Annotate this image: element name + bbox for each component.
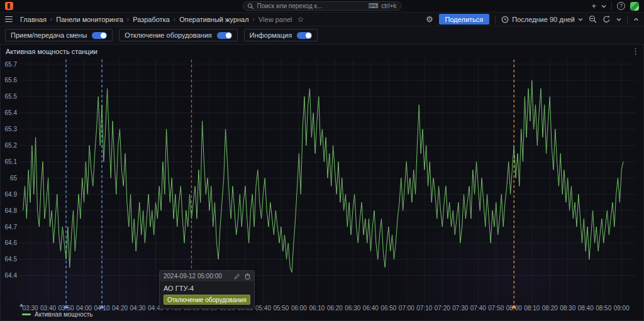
annotation-tooltip-body: АО ГТУ-4 Отключение оборудования	[160, 281, 254, 308]
refresh-chevron-down-icon[interactable]	[616, 18, 621, 21]
x-tick-label: 08:30	[560, 305, 575, 312]
time-range-picker[interactable]: Последние 90 дней	[501, 16, 583, 23]
zoom-out-icon[interactable]	[589, 15, 597, 23]
top-nav-bar: Поиск или переход к... ⌨ ctrl+k + ?	[0, 0, 644, 13]
toggle-label: Прием/передача смены	[11, 31, 87, 39]
time-range-label: Последние 90 дней	[512, 16, 575, 23]
breadcrumb-item[interactable]: Панели мониторинга	[56, 16, 123, 23]
x-tick-label: 09:00	[614, 305, 630, 312]
star-icon[interactable]: ☆	[297, 15, 304, 24]
x-tick-label: 06:00	[291, 305, 307, 312]
nav-bar: Главная›Панели мониторинга›Разработка›Оп…	[0, 13, 644, 26]
add-chevron-down-icon[interactable]	[601, 4, 606, 8]
series-line	[23, 80, 623, 273]
x-tick-label: 06:30	[345, 305, 360, 312]
search-placeholder: Поиск или переход к...	[257, 3, 323, 9]
y-tick-label: 64.7	[5, 224, 18, 231]
x-tick-label: 08:20	[542, 305, 558, 312]
x-tick-label: 05:50	[273, 305, 289, 312]
x-tick-label: 07:30	[452, 305, 468, 312]
refresh-icon[interactable]	[602, 15, 611, 23]
x-tick-label: 08:10	[524, 305, 540, 312]
y-tick-label: 64.4	[5, 272, 18, 279]
user-avatar[interactable]	[630, 2, 639, 11]
x-tick-label: 06:20	[327, 305, 343, 312]
toggle-label: Отключение оборудования	[125, 31, 211, 39]
y-tick-label: 65.6	[5, 77, 18, 84]
share-button[interactable]: Поделиться	[439, 14, 490, 24]
add-icon[interactable]: +	[591, 1, 596, 11]
x-tick-label: 05:40	[255, 305, 271, 312]
annotation-tag[interactable]: Отключение оборудования	[164, 295, 250, 305]
x-tick-label: 04:20	[112, 305, 128, 312]
breadcrumb-item[interactable]: View panel	[258, 16, 292, 23]
breadcrumb-item[interactable]: Оперативный журнал	[179, 16, 248, 23]
search-shortcut: ctrl+k	[381, 3, 396, 9]
timeseries-chart[interactable]: 65.765.665.565.465.365.265.16564.964.864…	[1, 45, 644, 321]
y-tick-label: 65	[10, 175, 18, 182]
breadcrumb-separator: ›	[127, 16, 129, 23]
y-tick-label: 64.6	[5, 239, 18, 246]
y-tick-label: 65.4	[5, 109, 18, 116]
clock-icon	[501, 16, 509, 23]
annotation-toggles-toolbar: Прием/передача сменыОтключение оборудова…	[0, 26, 644, 44]
y-tick-label: 65.7	[5, 61, 18, 68]
x-tick-label: 06:50	[380, 305, 396, 312]
breadcrumb-item[interactable]: Главная	[20, 16, 47, 23]
x-tick-label: 04:30	[130, 305, 146, 312]
keyboard-icon: ⌨	[368, 2, 378, 10]
y-tick-label: 65.1	[5, 158, 18, 165]
annotation-toggle-group: Прием/передача смены	[5, 29, 113, 41]
y-tick-label: 65.2	[5, 142, 18, 149]
delete-icon[interactable]	[245, 273, 250, 280]
divider	[495, 16, 496, 23]
x-tick-label: 06:40	[363, 305, 379, 312]
breadcrumb-separator: ›	[50, 16, 52, 23]
toggle-switch[interactable]	[217, 32, 232, 39]
annotation-toggle-group: Отключение оборудования	[119, 29, 237, 41]
legend-swatch	[22, 313, 31, 315]
chevron-down-icon	[578, 18, 583, 21]
grafana-logo[interactable]	[5, 2, 13, 10]
menu-icon[interactable]	[5, 16, 13, 23]
chart-panel: Активная мощность станции ⋮ 65.765.665.5…	[0, 44, 644, 321]
annotation-toggle-group: Информация	[244, 29, 318, 41]
legend[interactable]: Активная мощность	[22, 311, 92, 318]
x-tick-label: 07:50	[488, 305, 504, 312]
edit-icon[interactable]	[234, 273, 240, 280]
x-tick-label: 06:10	[309, 305, 325, 312]
y-tick-label: 65.3	[5, 126, 18, 133]
toggle-label: Информация	[250, 31, 292, 39]
annotation-name: АО ГТУ-4	[164, 285, 250, 292]
x-tick-label: 07:40	[470, 305, 486, 312]
legend-label: Активная мощность	[35, 311, 92, 318]
x-tick-label: 07:00	[399, 305, 414, 312]
breadcrumb-separator: ›	[174, 16, 175, 23]
breadcrumb: Главная›Панели мониторинга›Разработка›Оп…	[20, 16, 292, 23]
annotation-tooltip: 2024-09-12 05:00:00 АО ГТУ-4 Отключение …	[159, 270, 255, 309]
x-tick-label: 07:10	[416, 305, 432, 312]
search-input[interactable]: Поиск или переход к... ⌨ ctrl+k	[243, 1, 402, 11]
gear-icon[interactable]: ⚙	[426, 14, 433, 24]
x-tick-label: 07:20	[435, 305, 450, 312]
y-tick-label: 64.5	[5, 256, 18, 263]
annotation-tooltip-header: 2024-09-12 05:00:00	[160, 271, 254, 281]
divider	[627, 16, 628, 23]
help-icon[interactable]: ?	[617, 2, 625, 10]
chevron-up-icon[interactable]	[633, 18, 639, 21]
x-tick-label: 08:50	[596, 305, 611, 312]
y-tick-label: 65.5	[5, 93, 18, 100]
y-tick-label: 64.9	[5, 191, 18, 198]
y-tick-label: 64.8	[5, 207, 18, 214]
divider	[611, 3, 612, 10]
annotation-timestamp: 2024-09-12 05:00:00	[164, 273, 222, 280]
search-icon	[248, 3, 254, 9]
breadcrumb-separator: ›	[253, 16, 255, 23]
toggle-switch[interactable]	[92, 32, 107, 39]
x-tick-label: 08:40	[578, 305, 594, 312]
breadcrumb-item[interactable]: Разработка	[133, 16, 170, 23]
toggle-switch[interactable]	[297, 32, 312, 39]
